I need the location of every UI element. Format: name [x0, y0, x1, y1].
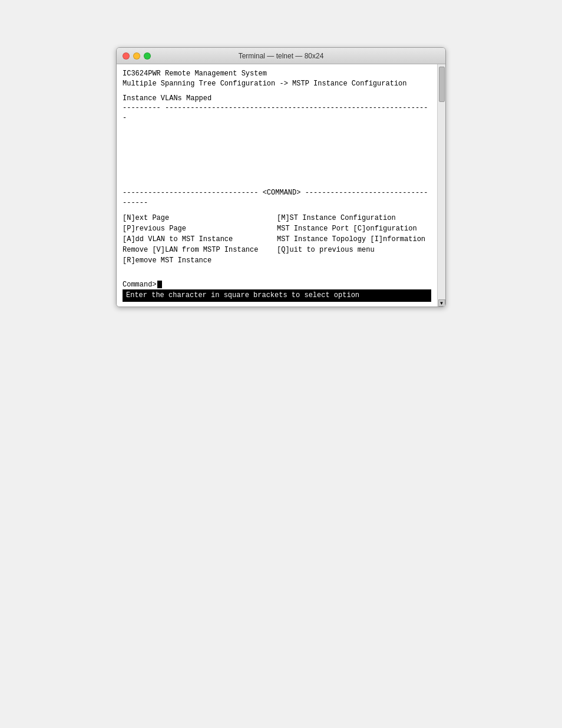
traffic-lights [123, 52, 151, 60]
menu-left-item-4: [R]emove MST Instance [123, 255, 277, 266]
status-bar: Enter the character in square brackets t… [123, 289, 431, 302]
terminal-body: IC3624PWR Remote Management System Multi… [117, 64, 445, 307]
menu-right-item-0: [M]ST Instance Configuration [277, 213, 431, 223]
menu-right-item-1: MST Instance Port [C]onfiguration [277, 223, 431, 234]
menu-grid: [N]ext Page [M]ST Instance Configuration… [123, 213, 431, 266]
window-title: Terminal — telnet — 80x24 [239, 52, 324, 60]
menu-left-item-3: Remove [V]LAN from MSTP Instance [123, 245, 277, 255]
command-divider: -------------------------------- <COMMAN… [123, 188, 431, 208]
empty-table-area [123, 123, 431, 188]
terminal-content[interactable]: IC3624PWR Remote Management System Multi… [117, 64, 437, 307]
title-bar: Terminal — telnet — 80x24 [117, 48, 445, 64]
minimize-button[interactable] [133, 52, 140, 60]
terminal-window: Terminal — telnet — 80x24 IC3624PWR Remo… [116, 47, 446, 307]
scrollbar-down-arrow[interactable]: ▼ [438, 299, 445, 307]
menu-left-item-1: [P]revious Page [123, 223, 277, 234]
command-prompt-label: Command> [123, 280, 157, 290]
scrollbar-thumb[interactable] [439, 67, 445, 102]
menu-left-item-0: [N]ext Page [123, 213, 277, 223]
table-header: Instance VLANs Mapped [123, 94, 431, 104]
maximize-button[interactable] [144, 52, 151, 60]
header-line1: IC3624PWR Remote Management System [123, 69, 431, 79]
menu-right-item-3: [Q]uit to previous menu [277, 245, 431, 255]
close-button[interactable] [123, 52, 130, 60]
menu-right-item-4 [277, 255, 431, 266]
scrollbar[interactable]: ▼ [437, 64, 445, 307]
divider-line1: --------- ------------------------------… [123, 103, 431, 123]
menu-right-item-2: MST Instance Topology [I]nformation [277, 234, 431, 245]
menu-left-item-2: [A]dd VLAN to MST Instance [123, 234, 277, 245]
command-prompt-line: Command> [123, 280, 431, 290]
status-text: Enter the character in square brackets t… [126, 291, 359, 299]
header-line2: Multiple Spanning Tree Configuration -> … [123, 79, 431, 89]
cursor [157, 281, 162, 288]
